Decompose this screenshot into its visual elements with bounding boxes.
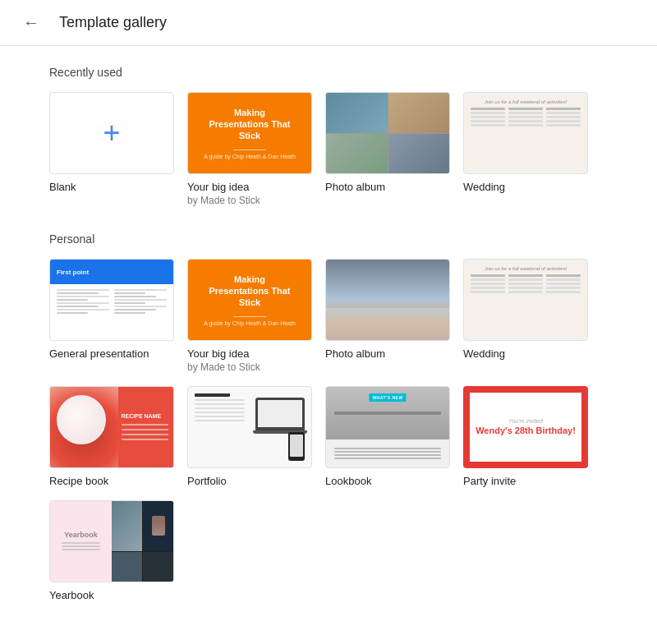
template-portfolio[interactable]: Portfolio: [187, 386, 312, 487]
page-title: Template gallery: [59, 14, 167, 31]
template-name-photo-album-personal: Photo album: [325, 347, 450, 360]
personal-section: Personal First point: [49, 232, 608, 601]
photo-cell-3: [326, 134, 388, 174]
template-name-lookbook: Lookbook: [325, 475, 450, 487]
template-general-presentation[interactable]: First point: [49, 259, 174, 373]
template-name-photo-album-recent: Photo album: [325, 181, 450, 193]
template-party-invite[interactable]: You're invited Wendy's 28th Birthday! Pa…: [463, 386, 588, 487]
template-lookbook[interactable]: WHAT'S NEW Lookbook: [325, 386, 450, 487]
template-blank[interactable]: + Blank: [49, 92, 174, 206]
wedding-col-1: [471, 108, 505, 167]
party-invited-text: You're invited: [508, 418, 543, 424]
bridge-fog: [326, 308, 449, 340]
template-thumb-portfolio: [187, 386, 312, 468]
template-sub-big-idea-recent: by Made to Stick: [187, 195, 312, 206]
orange-line-recent: [233, 150, 266, 150]
template-name-wedding-personal: Wedding: [463, 347, 588, 360]
template-your-big-idea-personal[interactable]: MakingPresentations ThatStick A guide by…: [187, 259, 312, 373]
template-your-big-idea-recent[interactable]: MakingPresentations ThatStick A guide by…: [187, 92, 312, 206]
portfolio-right: [251, 393, 305, 461]
template-wedding-personal[interactable]: Join us for a full weekend of activities…: [463, 259, 588, 373]
template-name-party: Party invite: [463, 475, 588, 487]
recipe-text-area: RECIPE NAME: [118, 387, 174, 467]
phone-icon: [288, 432, 305, 461]
general-header-text: First point: [57, 269, 89, 276]
laptop-screen: [258, 400, 302, 427]
template-recipe-book[interactable]: RECIPE NAME Recipe book: [49, 386, 174, 487]
general-header: First point: [50, 260, 173, 284]
lookbook-badge: WHAT'S NEW: [369, 393, 406, 402]
template-name-wedding-recent: Wedding: [463, 181, 588, 193]
header: ← Template gallery: [0, 0, 657, 46]
portfolio-title-line: [195, 393, 230, 397]
orange-line-personal: [233, 316, 266, 317]
recipe-image: [50, 387, 118, 467]
phone-screen: [290, 435, 303, 457]
google-plus-icon: +: [103, 116, 120, 150]
general-col-1: [57, 289, 109, 314]
template-thumb-recipe: RECIPE NAME: [49, 386, 174, 468]
template-yearbook[interactable]: Yearbook Yearbook: [49, 500, 174, 601]
personal-grid: First point: [49, 259, 608, 601]
wedding-title-text: Join us for a full weekend of activities…: [471, 99, 581, 104]
orange-sub-text-personal: A guide by Chip Heath & Dan Heath: [204, 320, 296, 326]
orange-big-text-personal: MakingPresentations ThatStick: [209, 274, 290, 309]
template-thumb-bridge: [325, 259, 450, 341]
photo-cell-4: [388, 134, 450, 174]
wedding-lines-personal: [471, 274, 581, 334]
wedding-lines: [471, 108, 581, 167]
template-name-portfolio: Portfolio: [187, 475, 312, 487]
laptop-icon: [255, 398, 305, 430]
recipe-name-text: RECIPE NAME: [122, 413, 169, 419]
recently-used-section: Recently used + Blank MakingPresentation…: [49, 66, 608, 206]
template-thumb-blank: +: [49, 92, 174, 174]
lookbook-bottom: [334, 448, 441, 461]
template-thumb-general: First point: [49, 259, 174, 341]
yearbook-left: Yearbook: [50, 501, 112, 582]
template-sub-big-idea-personal: by Made to Stick: [187, 361, 312, 373]
template-wedding-recent[interactable]: Join us for a full weekend of activities…: [463, 92, 588, 206]
template-thumb-party: You're invited Wendy's 28th Birthday!: [463, 386, 588, 468]
back-button[interactable]: ←: [16, 8, 46, 38]
template-photo-album-recent[interactable]: Photo album: [325, 92, 450, 206]
orange-sub-text-recent: A guide by Chip Heath & Dan Heath: [204, 154, 296, 159]
yearbook-cell-4: [143, 552, 173, 582]
orange-big-text-recent: MakingPresentations ThatStick: [209, 107, 290, 142]
template-name-general: General presentation: [49, 347, 174, 360]
template-thumb-orange-recent: MakingPresentations ThatStick A guide by…: [187, 92, 312, 174]
template-photo-album-personal[interactable]: Photo album: [325, 259, 450, 373]
general-body: [50, 284, 173, 319]
lookbook-text-block: [334, 412, 441, 423]
back-arrow-icon: ←: [23, 13, 39, 32]
general-col-2: [114, 289, 167, 314]
template-name-big-idea-personal: Your big idea: [187, 347, 312, 360]
template-thumb-lookbook: WHAT'S NEW: [325, 386, 450, 468]
party-main-text: Wendy's 28th Birthday!: [476, 426, 576, 436]
template-name-big-idea-recent: Your big idea: [187, 181, 312, 193]
template-thumb-photo-recent: [325, 92, 450, 174]
recently-used-title: Recently used: [49, 66, 608, 79]
yearbook-cell-1: [112, 501, 142, 551]
personal-title: Personal: [49, 232, 608, 246]
yearbook-cell-2: [143, 501, 173, 551]
yearbook-person: [152, 516, 165, 536]
wedding-col-3: [546, 108, 581, 167]
template-thumb-wedding-personal: Join us for a full weekend of activities…: [463, 259, 588, 341]
main-content: Recently used + Blank MakingPresentation…: [0, 46, 657, 644]
photo-cell-2: [388, 93, 450, 133]
recently-used-grid: + Blank MakingPresentations ThatStick A …: [49, 92, 608, 206]
template-thumb-yearbook: Yearbook: [49, 500, 174, 582]
yearbook-right: [112, 501, 173, 582]
template-name-yearbook: Yearbook: [49, 589, 174, 601]
yearbook-title-text: Yearbook: [64, 531, 98, 539]
yearbook-cell-3: [112, 552, 142, 582]
wedding-col-2: [508, 108, 543, 167]
photo-cell-1: [326, 93, 388, 133]
template-thumb-wedding-recent: Join us for a full weekend of activities…: [463, 92, 588, 174]
template-name-recipe: Recipe book: [49, 475, 174, 487]
recipe-berries: [57, 395, 106, 444]
wedding-line-d1: [471, 108, 505, 110]
portfolio-left: [195, 393, 245, 461]
wedding-title-personal: Join us for a full weekend of activities…: [471, 266, 581, 271]
template-name-blank: Blank: [49, 181, 174, 193]
